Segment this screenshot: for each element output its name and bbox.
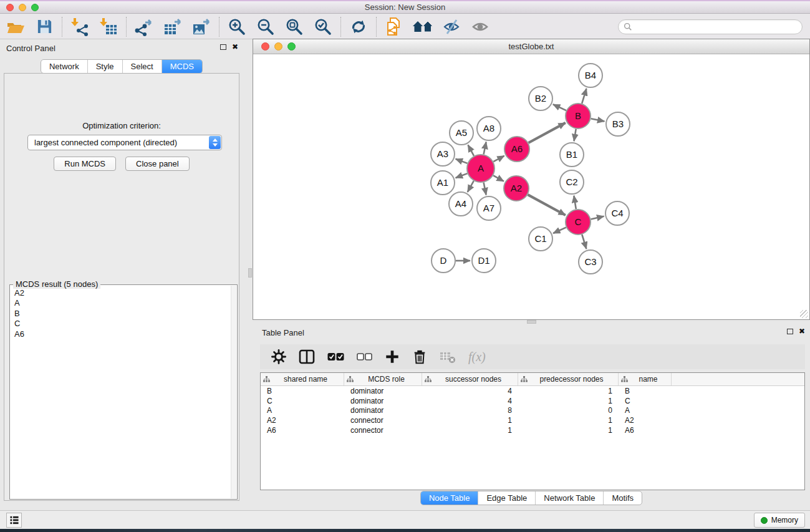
- column-type-icon: [521, 376, 528, 382]
- result-scrollbar[interactable]: [231, 286, 236, 498]
- network-window-title: testGlobe.txt: [509, 42, 554, 51]
- result-item[interactable]: B: [14, 309, 227, 319]
- new-network-from-selection-button[interactable]: [383, 17, 405, 37]
- open-session-button[interactable]: [5, 17, 26, 37]
- result-item[interactable]: C: [14, 319, 227, 329]
- criterion-dropdown[interactable]: largest connected component (directed): [27, 135, 222, 150]
- show-panels-list-button[interactable]: [6, 513, 22, 528]
- export-table-icon: [163, 17, 183, 36]
- delete-row-button[interactable]: [412, 349, 427, 365]
- result-item[interactable]: A6: [14, 329, 227, 339]
- run-mcds-button[interactable]: Run MCDS: [54, 157, 116, 171]
- table-settings-button[interactable]: [271, 349, 286, 364]
- column-header-name[interactable]: name: [619, 373, 672, 385]
- table-cell: dominator: [344, 397, 422, 405]
- graph-node-label: A4: [455, 198, 466, 209]
- delete-table-button[interactable]: [440, 350, 456, 364]
- graph-edge-B-B1: [574, 129, 576, 142]
- graph-edge-A-A4: [468, 181, 474, 192]
- table-cell: A2: [261, 416, 344, 425]
- result-item[interactable]: A: [14, 298, 227, 308]
- table-row[interactable]: Cdominator41C: [261, 396, 804, 406]
- toolbar-separator: [62, 17, 62, 37]
- table-row[interactable]: Adominator80A: [261, 406, 804, 416]
- zoom-in-button[interactable]: [226, 17, 248, 37]
- desktop-hscrollbar-thumb[interactable]: [527, 320, 536, 324]
- result-item[interactable]: A2: [14, 288, 227, 298]
- add-row-button[interactable]: [385, 349, 400, 364]
- close-table-panel-icon[interactable]: ✖: [799, 328, 805, 334]
- select-all-button[interactable]: [327, 352, 344, 361]
- deselect-all-button[interactable]: [357, 353, 372, 360]
- float-table-panel-icon[interactable]: [787, 329, 793, 334]
- tab-motifs[interactable]: Motifs: [603, 491, 642, 505]
- search-field[interactable]: [618, 19, 803, 34]
- node-table: shared nameMCDS rolesuccessor nodesprede…: [260, 372, 805, 490]
- graph-node-label: B2: [535, 93, 546, 104]
- table-row[interactable]: Bdominator41B: [261, 386, 804, 396]
- net-zoom-button[interactable]: [287, 42, 296, 51]
- import-table-icon: [99, 17, 118, 36]
- search-input[interactable]: [632, 22, 797, 31]
- graph-node-label: C1: [534, 233, 546, 244]
- tab-style[interactable]: Style: [87, 60, 122, 73]
- table-body: Bdominator41BCdominator41CAdominator80AA…: [261, 386, 804, 435]
- close-panel-icon[interactable]: ✖: [232, 44, 238, 50]
- toolbar-separator: [340, 17, 341, 37]
- function-builder-button[interactable]: f(x): [468, 350, 486, 364]
- memory-button[interactable]: Memory: [754, 513, 805, 528]
- export-table-button[interactable]: [162, 17, 183, 37]
- window-resize-grip[interactable]: [800, 310, 808, 318]
- save-session-button[interactable]: [34, 17, 55, 37]
- optimization-criterion-label: Optimization criterion:: [4, 121, 239, 130]
- graph-edge-C-C3: [582, 235, 586, 249]
- export-image-button[interactable]: [191, 17, 212, 37]
- hide-selected-button[interactable]: [441, 17, 462, 37]
- graph-edge-A-A5: [468, 145, 475, 156]
- close-panel-button[interactable]: Close panel: [125, 157, 190, 171]
- criterion-selected-value: largest connected component (directed): [28, 138, 209, 147]
- graph-node-label: C3: [584, 256, 596, 267]
- tab-edge-table[interactable]: Edge Table: [478, 491, 535, 505]
- import-network-button[interactable]: [69, 17, 90, 37]
- mcds-result-list: A2ABCA6: [11, 286, 231, 498]
- mcds-result-groupbox: MCDS result (5 nodes) A2ABCA6: [9, 284, 238, 500]
- toolbar-separator: [126, 17, 127, 37]
- first-neighbors-button[interactable]: [412, 17, 433, 37]
- list-icon: [9, 515, 20, 526]
- zoom-out-button[interactable]: [255, 17, 276, 37]
- memory-label: Memory: [771, 516, 798, 525]
- apply-layout-refresh-button[interactable]: [348, 17, 369, 37]
- show-column-button[interactable]: [299, 349, 315, 364]
- export-network-button[interactable]: [133, 17, 155, 37]
- table-cell: B: [619, 387, 672, 395]
- tab-mcds[interactable]: MCDS: [162, 60, 202, 73]
- show-all-button[interactable]: [470, 17, 491, 37]
- column-header-successor-nodes[interactable]: successor nodes: [422, 373, 518, 385]
- network-canvas[interactable]: B4B2BB3A8A5A6A3B1AA1C2A2A4A7C4CC1C3DD1: [253, 55, 809, 319]
- table-row[interactable]: A2connector11A2: [261, 415, 804, 425]
- desktop-vscrollbar-thumb[interactable]: [248, 268, 252, 278]
- float-panel-icon[interactable]: [220, 44, 226, 50]
- columns-icon: [299, 349, 315, 364]
- zoom-fit-button[interactable]: [284, 17, 305, 37]
- table-row[interactable]: A6connector11A6: [261, 425, 804, 435]
- net-minimize-button[interactable]: [274, 42, 282, 51]
- table-cell: 8: [422, 406, 518, 415]
- graph-node-label: A1: [437, 177, 448, 188]
- tab-node-table[interactable]: Node Table: [421, 491, 478, 505]
- tab-network[interactable]: Network: [41, 60, 87, 73]
- trash-icon: [412, 349, 427, 365]
- graph-node-label: A7: [483, 203, 494, 213]
- control-panel: Control Panel ✖ Optimization criterion: …: [0, 40, 243, 507]
- tab-network-table[interactable]: Network Table: [535, 491, 603, 505]
- import-table-button[interactable]: [98, 17, 119, 37]
- column-header-predecessor-nodes[interactable]: predecessor nodes: [518, 373, 619, 385]
- graph-node-label: B4: [585, 70, 596, 80]
- graph-edge-A-A6: [493, 156, 504, 162]
- tab-select[interactable]: Select: [122, 60, 162, 73]
- zoom-selected-button[interactable]: [312, 17, 334, 37]
- column-header-shared-name[interactable]: shared name: [261, 373, 344, 385]
- net-close-button[interactable]: [261, 42, 269, 51]
- column-header-MCDS-role[interactable]: MCDS role: [344, 373, 422, 385]
